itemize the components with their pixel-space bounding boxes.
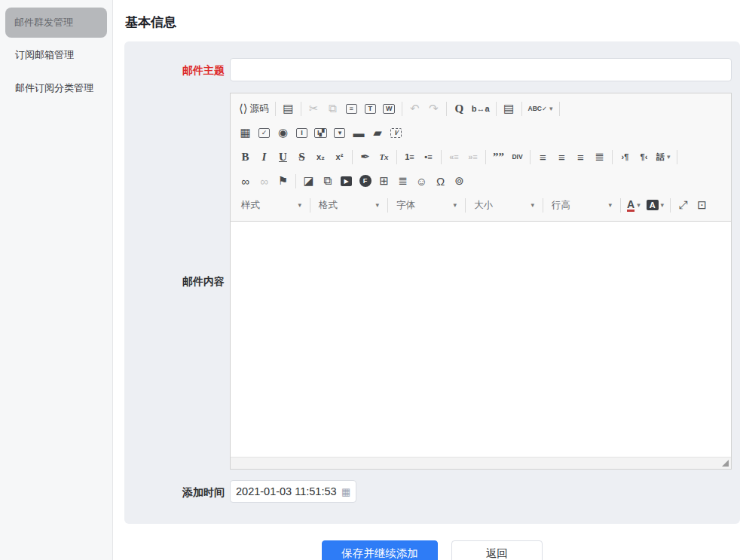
toolbar-separator (402, 102, 402, 116)
spellcheck-button[interactable]: ABC✓▾ (526, 99, 555, 118)
blockquote-button[interactable]: ”” (490, 148, 507, 166)
align-left-button[interactable]: ≡ (534, 148, 552, 166)
styles-dropdown[interactable]: 样式▾ (237, 196, 306, 214)
sidebar-item-subscribe-category[interactable]: 邮件订阅分类管理 (5, 72, 108, 104)
image-button[interactable]: ◪ (300, 172, 317, 190)
content-row: 邮件内容 ⟨⟩源码▤✂⧉≡TW↶↷Qb↔a▤ABC✓▾▦✓◉II▞▾▬▰I∕BI… (124, 93, 732, 470)
editor-content-area[interactable] (231, 222, 731, 457)
text-direction-rtl-button[interactable]: ¶‹ (635, 148, 653, 166)
subscript-button[interactable]: x₂ (312, 148, 329, 166)
sidebar-item-mail-mass-send[interactable]: 邮件群发管理 (5, 8, 107, 38)
remove-format-button[interactable]: Tx (375, 148, 393, 166)
chevron-down-icon: ▾ (608, 201, 612, 209)
cut-button: ✂ (305, 99, 323, 118)
toolbar-separator (543, 198, 543, 213)
select-button[interactable]: ▾ (331, 124, 348, 142)
footer-actions: 保存并继续添加 返回 (124, 540, 740, 560)
toolbar-separator (559, 102, 560, 116)
paste-button[interactable]: ≡ (343, 99, 360, 118)
video-button[interactable]: ▶ (338, 172, 355, 190)
size-dropdown[interactable]: 大小▾ (469, 196, 539, 214)
sidebar: 邮件群发管理 订阅邮箱管理 邮件订阅分类管理 (0, 0, 113, 560)
align-right-button[interactable]: ≡ (572, 148, 589, 166)
image-button-button[interactable]: ▰ (368, 124, 386, 142)
horizontal-rule-button[interactable]: ≣ (394, 172, 411, 190)
text-color-button[interactable]: A▾ (625, 196, 643, 214)
flash-button[interactable]: F (356, 172, 374, 190)
toolbar-separator (612, 150, 613, 164)
select-all-button[interactable]: ▤ (500, 99, 518, 118)
line-height-dropdown[interactable]: 行高▾ (547, 196, 616, 214)
maximize-button[interactable]: ⤢ (674, 196, 692, 214)
add-time-field: ▦ (230, 480, 356, 503)
find-button[interactable]: Q (451, 99, 468, 118)
align-center-button[interactable]: ≡ (553, 148, 570, 166)
calendar-icon[interactable]: ▦ (341, 487, 350, 497)
main-content: 基本信息 邮件主题 邮件内容 ⟨⟩源码▤✂⧉≡TW↶↷Qb↔a▤ABC✓▾▦✓◉… (113, 0, 740, 560)
paste-from-word-button[interactable]: W (381, 99, 398, 118)
chevron-down-icon: ▾ (549, 105, 553, 112)
unlink-button: ∞ (255, 172, 273, 190)
align-justify-button[interactable]: ≣ (591, 148, 608, 166)
copy-formatting-button[interactable]: ✒ (356, 148, 374, 166)
paste-as-text-button[interactable]: T (362, 99, 379, 118)
subject-row: 邮件主题 (124, 58, 732, 82)
form-panel: 邮件主题 邮件内容 ⟨⟩源码▤✂⧉≡TW↶↷Qb↔a▤ABC✓▾▦✓◉II▞▾▬… (124, 41, 740, 524)
textfield-button[interactable]: I (293, 124, 310, 142)
textarea-button[interactable]: I▞ (312, 124, 329, 142)
subject-input[interactable] (230, 58, 732, 81)
editor-resize-handle[interactable] (722, 460, 729, 467)
chevron-down-icon: ▾ (637, 201, 641, 209)
table-button[interactable]: ⊞ (375, 172, 393, 190)
redo-button: ↷ (425, 99, 442, 118)
numbered-list-button[interactable]: 1≡ (401, 148, 418, 166)
save-and-continue-button[interactable]: 保存并继续添加 (322, 540, 438, 560)
toolbar-separator (301, 102, 301, 116)
bulleted-list-button[interactable]: •≡ (420, 148, 437, 166)
chevron-down-icon: ▾ (661, 201, 665, 209)
form-button[interactable]: ▦ (237, 124, 254, 142)
radio-button[interactable]: ◉ (274, 124, 292, 142)
bg-color-button[interactable]: A▾ (644, 196, 666, 214)
toolbar-separator (387, 198, 388, 213)
replace-button[interactable]: b↔a (469, 99, 492, 118)
toolbar-separator (275, 102, 276, 116)
source-button[interactable]: ⟨⟩源码 (237, 99, 271, 118)
format-dropdown[interactable]: 格式▾ (314, 196, 384, 214)
copy-button: ⧉ (324, 99, 341, 118)
bold-button[interactable]: B (237, 148, 254, 166)
toolbar-separator (485, 150, 486, 164)
toolbar-separator (620, 198, 621, 213)
div-container-button[interactable]: DIV (509, 148, 526, 166)
italic-button[interactable]: I (255, 148, 273, 166)
underline-button[interactable]: U (274, 148, 292, 166)
templates-button[interactable]: ▤ (280, 99, 297, 118)
image-gallery-button[interactable]: ⧉ (319, 172, 336, 190)
special-char-button[interactable]: Ω (432, 172, 449, 190)
smiley-button[interactable]: ☺ (413, 172, 430, 190)
back-button[interactable]: 返回 (451, 540, 543, 560)
subject-label: 邮件主题 (124, 58, 230, 82)
editor-statusbar (231, 457, 731, 469)
anchor-button[interactable]: ⚑ (274, 172, 292, 190)
superscript-button[interactable]: x² (331, 148, 348, 166)
outdent-button: «≡ (445, 148, 463, 166)
text-direction-ltr-button[interactable]: ›¶ (616, 148, 634, 166)
chevron-down-icon: ▾ (298, 201, 301, 209)
page-title: 基本信息 (124, 14, 740, 31)
button-button[interactable]: ▬ (350, 124, 367, 142)
iframe-button[interactable]: ⊚ (451, 172, 468, 190)
hidden-field-button[interactable]: I∕ (387, 124, 405, 142)
language-button[interactable]: 話▾ (654, 148, 673, 166)
add-time-input[interactable] (236, 485, 341, 497)
font-dropdown[interactable]: 字体▾ (392, 196, 461, 214)
checkbox-button[interactable]: ✓ (255, 124, 273, 142)
strike-button[interactable]: S (293, 148, 310, 166)
show-blocks-button[interactable]: ⊡ (693, 196, 711, 214)
chevron-down-icon: ▾ (375, 201, 379, 209)
chevron-down-icon: ▾ (531, 201, 534, 209)
sidebar-item-subscribe-mailbox[interactable]: 订阅邮箱管理 (5, 39, 108, 71)
toolbar-separator (396, 150, 397, 164)
link-button[interactable]: ∞ (237, 172, 254, 190)
add-time-row: 添加时间 ▦ (124, 480, 732, 504)
